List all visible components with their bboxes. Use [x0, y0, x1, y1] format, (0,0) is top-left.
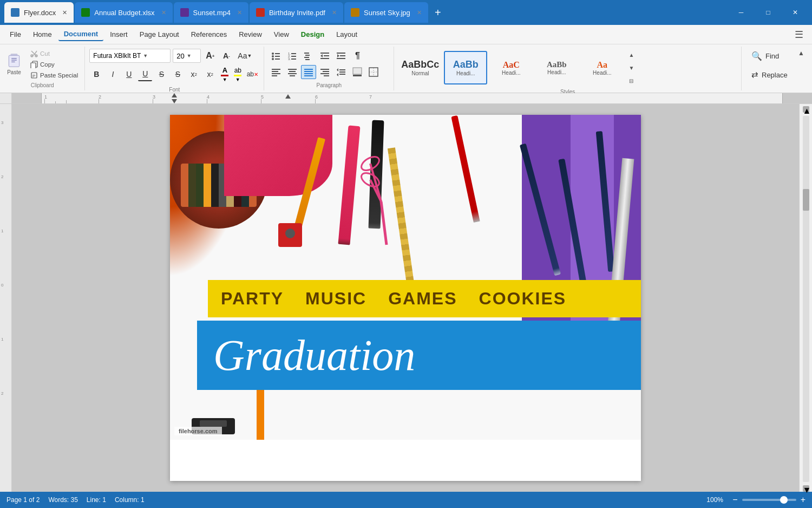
- highlight-color-button[interactable]: ab ▼: [232, 66, 243, 83]
- page-count: Page 1 of 2: [6, 496, 40, 504]
- menu-home[interactable]: Home: [28, 28, 57, 41]
- menu-file[interactable]: File: [4, 28, 27, 41]
- line-spacing-button[interactable]: [333, 65, 349, 79]
- svg-rect-27: [320, 53, 329, 54]
- menu-view[interactable]: View: [269, 28, 294, 41]
- scrollbar-thumb[interactable]: [803, 189, 809, 211]
- italic-button[interactable]: I: [106, 67, 120, 81]
- main-content: 3 2 1 0 1 2: [0, 104, 812, 492]
- cut-button[interactable]: Cut: [28, 49, 80, 58]
- svg-rect-38: [272, 75, 277, 76]
- menu-pagelayout[interactable]: Page Layout: [134, 28, 185, 41]
- paste-button[interactable]: Paste: [4, 54, 24, 75]
- ribbon-collapse-button[interactable]: ▲: [795, 47, 808, 60]
- svg-rect-37: [272, 73, 280, 74]
- strikethrough-button[interactable]: S: [154, 67, 168, 81]
- subscript-button[interactable]: x2: [203, 67, 217, 81]
- font-group: Futura XBlkIt BT ▼ 20 ▼ A+ A- Aa▼ B I U …: [85, 47, 264, 90]
- decrease-indent-button[interactable]: [317, 49, 332, 63]
- style-heading4[interactable]: Aa Headi...: [580, 51, 624, 84]
- menu-insert[interactable]: Insert: [104, 28, 133, 41]
- style-heading2[interactable]: AaC Headi...: [489, 51, 533, 84]
- close-tab-birthday[interactable]: ✕: [332, 9, 337, 16]
- copy-button[interactable]: Copy: [28, 60, 80, 69]
- close-tab-flyer[interactable]: ✕: [62, 9, 67, 16]
- style-heading1[interactable]: AaBb Headi...: [444, 51, 487, 84]
- paste-special-button[interactable]: P Paste Special: [28, 70, 80, 80]
- numbered-list-button[interactable]: 1.2.3.: [285, 49, 300, 63]
- close-tab-budget[interactable]: ✕: [161, 9, 166, 16]
- multilevel-list-button[interactable]: [301, 49, 316, 63]
- style-heading3[interactable]: AaBb Headi...: [535, 51, 578, 84]
- zoom-thumb[interactable]: [780, 496, 788, 504]
- grow-font-button[interactable]: A+: [203, 49, 217, 63]
- svg-rect-29: [324, 55, 329, 56]
- banner-word-cookies: COOKIES: [479, 289, 567, 309]
- hamburger-menu[interactable]: ☰: [790, 27, 808, 43]
- styles-scroll-up[interactable]: ▲: [626, 49, 637, 61]
- styles-expand[interactable]: ⊟: [626, 75, 637, 87]
- font-size-dropdown[interactable]: 20 ▼: [173, 49, 201, 63]
- window-controls: ─ □ ✕: [729, 4, 808, 21]
- zoom-slider[interactable]: [742, 499, 796, 501]
- maximize-button[interactable]: □: [756, 4, 781, 21]
- font-group-label: Font: [89, 86, 259, 93]
- shrink-font-button[interactable]: A-: [219, 49, 233, 63]
- show-paragraph-button[interactable]: ¶: [350, 49, 365, 63]
- menu-layout[interactable]: Layout: [331, 28, 363, 41]
- scroll-down-button[interactable]: ▼: [803, 485, 809, 492]
- menu-document[interactable]: Document: [58, 28, 104, 41]
- zoom-plus-button[interactable]: +: [801, 495, 806, 505]
- column-info: Column: 1: [115, 496, 145, 504]
- borders-button[interactable]: [366, 65, 381, 79]
- menu-design[interactable]: Design: [296, 28, 330, 41]
- double-underline-button[interactable]: U: [138, 67, 152, 81]
- tab-budget[interactable]: Annual Budget.xlsx ✕: [75, 2, 172, 23]
- close-tab-sunset-mp4[interactable]: ✕: [237, 9, 242, 16]
- tab-sunset-mp4[interactable]: Sunset.mp4 ✕: [174, 2, 248, 23]
- style-normal[interactable]: AaBbCc Normal: [398, 51, 442, 84]
- font-family-dropdown[interactable]: Futura XBlkIt BT ▼: [89, 49, 171, 63]
- scrollbar-track[interactable]: [803, 116, 809, 482]
- double-strikethrough-button[interactable]: S: [171, 67, 185, 81]
- underline-button[interactable]: U: [122, 67, 136, 81]
- document-page: PARTY MUSIC GAMES COOKIES Graduation fil…: [170, 115, 641, 481]
- tab-sunset-jpg[interactable]: Sunset Sky.jpg ✕: [344, 2, 428, 23]
- scissors: [354, 142, 408, 252]
- svg-rect-33: [340, 55, 345, 56]
- watermark: filehorse.com: [174, 427, 222, 435]
- svg-rect-57: [353, 75, 362, 76]
- tab-flyer[interactable]: Flyer.docx ✕: [4, 2, 74, 23]
- align-right-button[interactable]: [317, 65, 332, 79]
- svg-text:P: P: [32, 74, 35, 79]
- menu-review[interactable]: Review: [233, 28, 267, 41]
- svg-rect-49: [320, 73, 329, 74]
- align-center-button[interactable]: [285, 65, 300, 79]
- replace-button[interactable]: ⇄ Replace: [748, 68, 806, 82]
- clear-format-button[interactable]: ab✕: [245, 67, 259, 81]
- font-case-dropdown[interactable]: Aa▼: [238, 49, 252, 63]
- line-info: Line: 1: [87, 496, 106, 504]
- minimize-button[interactable]: ─: [729, 4, 754, 21]
- align-left-button[interactable]: [269, 65, 284, 79]
- status-bar: Page 1 of 2 Words: 35 Line: 1 Column: 1 …: [0, 492, 812, 508]
- scroll-up-button[interactable]: ▲: [803, 106, 809, 113]
- svg-rect-56: [353, 68, 362, 74]
- superscript-button[interactable]: x2: [187, 67, 201, 81]
- align-justify-button[interactable]: [301, 65, 316, 79]
- shading-button[interactable]: [350, 65, 365, 79]
- ribbon: Paste Cut Copy P Paste Special Clipboard: [0, 44, 812, 93]
- menu-references[interactable]: References: [186, 28, 232, 41]
- styles-scroll-down[interactable]: ▼: [626, 62, 637, 74]
- tab-birthday[interactable]: Birthday Invite.pdf ✕: [250, 2, 343, 23]
- font-color-button[interactable]: A ▼: [219, 65, 230, 83]
- bullets-button[interactable]: [269, 49, 284, 63]
- increase-indent-button[interactable]: [333, 49, 349, 63]
- svg-rect-14: [275, 56, 280, 57]
- bold-button[interactable]: B: [89, 67, 103, 81]
- zoom-minus-button[interactable]: −: [732, 495, 737, 505]
- close-tab-sunset-jpg[interactable]: ✕: [417, 9, 422, 16]
- add-tab-button[interactable]: +: [429, 4, 447, 21]
- svg-rect-1: [9, 55, 19, 67]
- close-button[interactable]: ✕: [783, 4, 808, 21]
